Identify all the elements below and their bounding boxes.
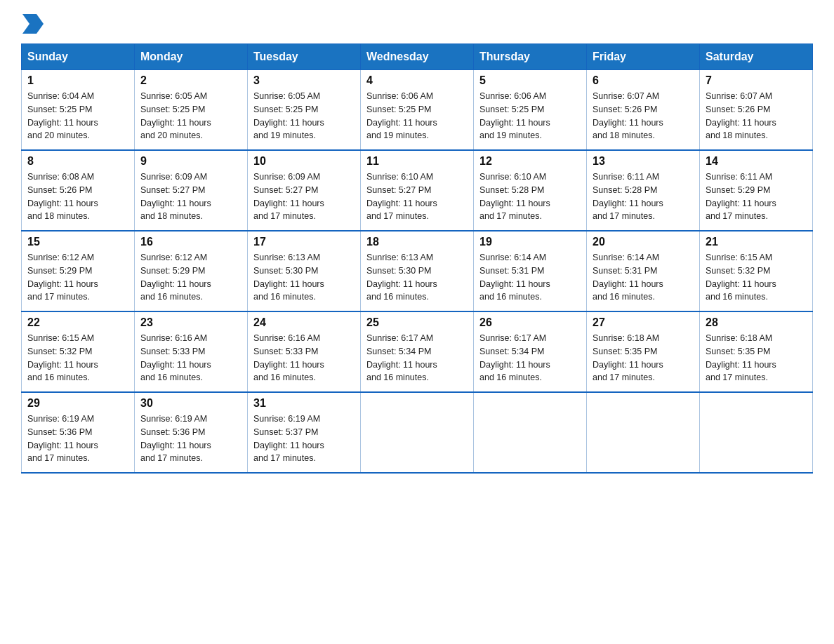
day-cell: 18 Sunrise: 6:13 AMSunset: 5:30 PMDaylig…: [361, 231, 474, 311]
col-header-saturday: Saturday: [700, 44, 813, 70]
day-number: 20: [593, 236, 694, 248]
day-number: 25: [366, 316, 468, 329]
day-number: 10: [253, 155, 355, 168]
day-cell: 17 Sunrise: 6:13 AMSunset: 5:30 PMDaylig…: [248, 231, 361, 311]
day-cell: 31 Sunrise: 6:19 AMSunset: 5:37 PMDaylig…: [248, 392, 361, 473]
day-number: 1: [27, 74, 128, 87]
day-info: Sunrise: 6:09 AMSunset: 5:27 PMDaylight:…: [253, 170, 355, 223]
day-info: Sunrise: 6:15 AMSunset: 5:32 PMDaylight:…: [706, 251, 807, 304]
day-number: 29: [27, 397, 128, 410]
week-row-5: 29 Sunrise: 6:19 AMSunset: 5:36 PMDaylig…: [22, 392, 813, 473]
day-cell: 10 Sunrise: 6:09 AMSunset: 5:27 PMDaylig…: [248, 150, 361, 231]
logo-arrow-icon: [22, 14, 44, 34]
col-header-monday: Monday: [135, 44, 248, 70]
day-cell: 29 Sunrise: 6:19 AMSunset: 5:36 PMDaylig…: [22, 392, 135, 473]
day-cell: 26 Sunrise: 6:17 AMSunset: 5:34 PMDaylig…: [474, 311, 587, 392]
day-number: 5: [479, 74, 581, 87]
day-number: 8: [27, 155, 128, 168]
day-number: 22: [27, 316, 128, 329]
day-info: Sunrise: 6:17 AMSunset: 5:34 PMDaylight:…: [366, 332, 468, 384]
day-cell: 25 Sunrise: 6:17 AMSunset: 5:34 PMDaylig…: [361, 311, 474, 392]
day-number: 28: [706, 316, 807, 329]
day-number: 27: [593, 316, 694, 329]
day-cell: 9 Sunrise: 6:09 AMSunset: 5:27 PMDayligh…: [135, 150, 248, 231]
day-number: 16: [140, 236, 241, 248]
day-info: Sunrise: 6:11 AMSunset: 5:29 PMDaylight:…: [706, 170, 807, 223]
day-info: Sunrise: 6:08 AMSunset: 5:26 PMDaylight:…: [27, 170, 128, 223]
svg-marker-0: [22, 14, 44, 34]
day-number: 21: [706, 236, 807, 248]
day-number: 19: [479, 236, 581, 248]
day-cell: 7 Sunrise: 6:07 AMSunset: 5:26 PMDayligh…: [700, 70, 813, 151]
day-cell: 12 Sunrise: 6:10 AMSunset: 5:28 PMDaylig…: [474, 150, 587, 231]
day-info: Sunrise: 6:16 AMSunset: 5:33 PMDaylight:…: [253, 332, 355, 384]
day-info: Sunrise: 6:09 AMSunset: 5:27 PMDaylight:…: [140, 170, 241, 223]
day-cell: 15 Sunrise: 6:12 AMSunset: 5:29 PMDaylig…: [22, 231, 135, 311]
day-info: Sunrise: 6:14 AMSunset: 5:31 PMDaylight:…: [593, 251, 694, 304]
day-number: 3: [253, 74, 355, 87]
day-info: Sunrise: 6:10 AMSunset: 5:28 PMDaylight:…: [479, 170, 581, 223]
day-info: Sunrise: 6:18 AMSunset: 5:35 PMDaylight:…: [593, 332, 694, 384]
day-number: 11: [366, 155, 468, 168]
calendar-table: SundayMondayTuesdayWednesdayThursdayFrid…: [21, 43, 813, 474]
day-number: 31: [253, 397, 355, 410]
day-info: Sunrise: 6:19 AMSunset: 5:37 PMDaylight:…: [253, 412, 355, 465]
day-cell: 4 Sunrise: 6:06 AMSunset: 5:25 PMDayligh…: [361, 70, 474, 151]
day-info: Sunrise: 6:05 AMSunset: 5:25 PMDaylight:…: [253, 90, 355, 142]
day-info: Sunrise: 6:11 AMSunset: 5:28 PMDaylight:…: [593, 170, 694, 223]
day-info: Sunrise: 6:06 AMSunset: 5:25 PMDaylight:…: [479, 90, 581, 142]
day-cell: 24 Sunrise: 6:16 AMSunset: 5:33 PMDaylig…: [248, 311, 361, 392]
day-info: Sunrise: 6:04 AMSunset: 5:25 PMDaylight:…: [27, 90, 128, 142]
day-cell: 2 Sunrise: 6:05 AMSunset: 5:25 PMDayligh…: [135, 70, 248, 151]
day-cell: 19 Sunrise: 6:14 AMSunset: 5:31 PMDaylig…: [474, 231, 587, 311]
day-number: 12: [479, 155, 581, 168]
day-info: Sunrise: 6:13 AMSunset: 5:30 PMDaylight:…: [253, 251, 355, 304]
day-cell: 22 Sunrise: 6:15 AMSunset: 5:32 PMDaylig…: [22, 311, 135, 392]
day-info: Sunrise: 6:12 AMSunset: 5:29 PMDaylight:…: [140, 251, 241, 304]
day-number: 14: [706, 155, 807, 168]
col-header-thursday: Thursday: [474, 44, 587, 70]
day-cell: 5 Sunrise: 6:06 AMSunset: 5:25 PMDayligh…: [474, 70, 587, 151]
day-cell: 14 Sunrise: 6:11 AMSunset: 5:29 PMDaylig…: [700, 150, 813, 231]
calendar-header-row: SundayMondayTuesdayWednesdayThursdayFrid…: [22, 44, 813, 70]
logo: [21, 14, 44, 31]
day-info: Sunrise: 6:07 AMSunset: 5:26 PMDaylight:…: [593, 90, 694, 142]
day-cell: 13 Sunrise: 6:11 AMSunset: 5:28 PMDaylig…: [587, 150, 700, 231]
day-info: Sunrise: 6:05 AMSunset: 5:25 PMDaylight:…: [140, 90, 241, 142]
day-cell: 21 Sunrise: 6:15 AMSunset: 5:32 PMDaylig…: [700, 231, 813, 311]
day-info: Sunrise: 6:15 AMSunset: 5:32 PMDaylight:…: [27, 332, 128, 384]
day-info: Sunrise: 6:14 AMSunset: 5:31 PMDaylight:…: [479, 251, 581, 304]
col-header-sunday: Sunday: [22, 44, 135, 70]
day-cell: [474, 392, 587, 473]
day-info: Sunrise: 6:18 AMSunset: 5:35 PMDaylight:…: [706, 332, 807, 384]
day-info: Sunrise: 6:19 AMSunset: 5:36 PMDaylight:…: [27, 412, 128, 465]
day-number: 2: [140, 74, 241, 87]
day-number: 9: [140, 155, 241, 168]
week-row-3: 15 Sunrise: 6:12 AMSunset: 5:29 PMDaylig…: [22, 231, 813, 311]
day-number: 30: [140, 397, 241, 410]
week-row-1: 1 Sunrise: 6:04 AMSunset: 5:25 PMDayligh…: [22, 70, 813, 151]
day-cell: [700, 392, 813, 473]
day-cell: 23 Sunrise: 6:16 AMSunset: 5:33 PMDaylig…: [135, 311, 248, 392]
day-info: Sunrise: 6:17 AMSunset: 5:34 PMDaylight:…: [479, 332, 581, 384]
day-number: 18: [366, 236, 468, 248]
day-info: Sunrise: 6:19 AMSunset: 5:36 PMDaylight:…: [140, 412, 241, 465]
day-number: 23: [140, 316, 241, 329]
day-cell: 16 Sunrise: 6:12 AMSunset: 5:29 PMDaylig…: [135, 231, 248, 311]
day-cell: 6 Sunrise: 6:07 AMSunset: 5:26 PMDayligh…: [587, 70, 700, 151]
day-cell: 28 Sunrise: 6:18 AMSunset: 5:35 PMDaylig…: [700, 311, 813, 392]
day-info: Sunrise: 6:10 AMSunset: 5:27 PMDaylight:…: [366, 170, 468, 223]
day-info: Sunrise: 6:12 AMSunset: 5:29 PMDaylight:…: [27, 251, 128, 304]
day-cell: 3 Sunrise: 6:05 AMSunset: 5:25 PMDayligh…: [248, 70, 361, 151]
day-cell: 30 Sunrise: 6:19 AMSunset: 5:36 PMDaylig…: [135, 392, 248, 473]
day-cell: 20 Sunrise: 6:14 AMSunset: 5:31 PMDaylig…: [587, 231, 700, 311]
col-header-wednesday: Wednesday: [361, 44, 474, 70]
day-number: 13: [593, 155, 694, 168]
day-cell: [361, 392, 474, 473]
day-info: Sunrise: 6:13 AMSunset: 5:30 PMDaylight:…: [366, 251, 468, 304]
col-header-tuesday: Tuesday: [248, 44, 361, 70]
page-header: [21, 14, 813, 31]
day-number: 6: [593, 74, 694, 87]
day-cell: 27 Sunrise: 6:18 AMSunset: 5:35 PMDaylig…: [587, 311, 700, 392]
day-info: Sunrise: 6:07 AMSunset: 5:26 PMDaylight:…: [706, 90, 807, 142]
